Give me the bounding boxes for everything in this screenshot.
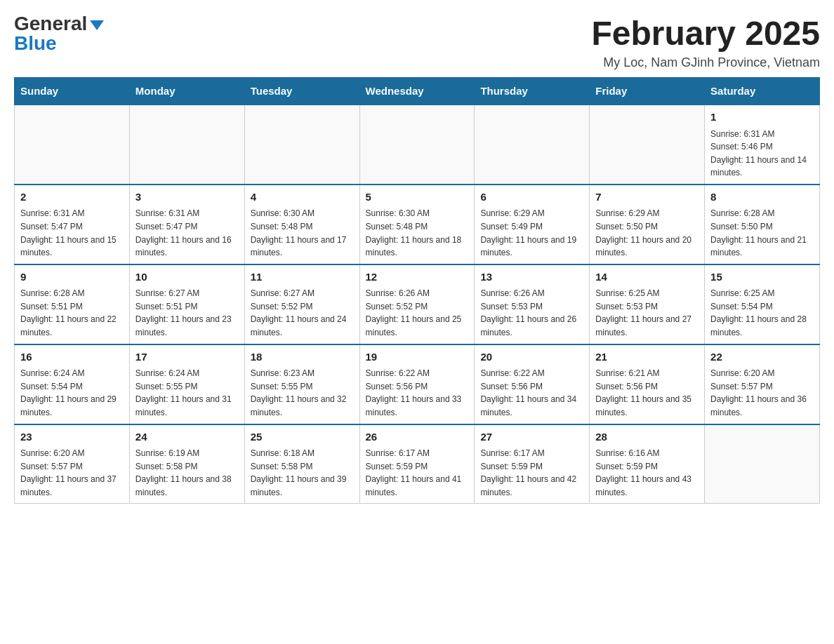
day-number: 23	[20, 429, 124, 445]
day-number: 25	[251, 429, 354, 445]
calendar-day-cell: 19Sunrise: 6:22 AMSunset: 5:56 PMDayligh…	[359, 344, 475, 424]
day-number: 17	[135, 349, 239, 365]
calendar-day-cell: 8Sunrise: 6:28 AMSunset: 5:50 PMDaylight…	[705, 185, 820, 264]
logo: General Blue	[14, 14, 104, 53]
calendar-day-cell: 13Sunrise: 6:26 AMSunset: 5:53 PMDayligh…	[475, 264, 590, 344]
day-sun-info: Sunrise: 6:20 AMSunset: 5:57 PMDaylight:…	[710, 367, 814, 419]
day-sun-info: Sunrise: 6:19 AMSunset: 5:58 PMDaylight:…	[135, 447, 239, 499]
day-number: 5	[366, 189, 469, 206]
day-sun-info: Sunrise: 6:16 AMSunset: 5:59 PMDaylight:…	[595, 447, 699, 499]
calendar-day-cell: 11Sunrise: 6:27 AMSunset: 5:52 PMDayligh…	[244, 264, 359, 344]
day-number: 24	[135, 429, 239, 445]
calendar-day-cell: 26Sunrise: 6:17 AMSunset: 5:59 PMDayligh…	[359, 424, 475, 504]
day-number: 7	[595, 189, 699, 206]
day-sun-info: Sunrise: 6:24 AMSunset: 5:54 PMDaylight:…	[20, 367, 124, 419]
calendar-day-cell: 3Sunrise: 6:31 AMSunset: 5:47 PMDaylight…	[129, 185, 244, 264]
day-sun-info: Sunrise: 6:30 AMSunset: 5:48 PMDaylight:…	[366, 207, 469, 259]
day-number: 3	[135, 189, 239, 206]
calendar-day-cell: 6Sunrise: 6:29 AMSunset: 5:49 PMDaylight…	[475, 185, 590, 264]
day-number: 8	[710, 189, 814, 206]
day-number: 14	[595, 269, 699, 286]
calendar-day-cell: 1Sunrise: 6:31 AMSunset: 5:46 PMDaylight…	[705, 105, 820, 185]
calendar-table: SundayMondayTuesdayWednesdayThursdayFrid…	[14, 77, 820, 504]
day-number: 12	[366, 269, 469, 286]
logo-triangle-icon	[90, 20, 104, 30]
day-of-week-header: Tuesday	[244, 78, 359, 105]
day-number: 22	[710, 349, 814, 365]
calendar-day-cell	[475, 105, 590, 185]
day-sun-info: Sunrise: 6:17 AMSunset: 5:59 PMDaylight:…	[480, 447, 583, 499]
calendar-day-cell: 15Sunrise: 6:25 AMSunset: 5:54 PMDayligh…	[705, 264, 820, 344]
calendar-day-cell: 18Sunrise: 6:23 AMSunset: 5:55 PMDayligh…	[244, 344, 359, 424]
day-sun-info: Sunrise: 6:29 AMSunset: 5:50 PMDaylight:…	[595, 207, 699, 259]
calendar-day-cell: 4Sunrise: 6:30 AMSunset: 5:48 PMDaylight…	[244, 185, 359, 264]
day-number: 1	[710, 109, 814, 126]
calendar-body: 1Sunrise: 6:31 AMSunset: 5:46 PMDaylight…	[15, 105, 820, 504]
day-sun-info: Sunrise: 6:31 AMSunset: 5:47 PMDaylight:…	[135, 207, 239, 259]
calendar-week-row: 2Sunrise: 6:31 AMSunset: 5:47 PMDaylight…	[15, 185, 820, 264]
day-sun-info: Sunrise: 6:26 AMSunset: 5:53 PMDaylight:…	[480, 287, 583, 339]
calendar-day-cell: 22Sunrise: 6:20 AMSunset: 5:57 PMDayligh…	[705, 344, 820, 424]
day-sun-info: Sunrise: 6:27 AMSunset: 5:52 PMDaylight:…	[251, 287, 354, 339]
day-sun-info: Sunrise: 6:25 AMSunset: 5:54 PMDaylight:…	[710, 287, 814, 339]
calendar-day-cell: 20Sunrise: 6:22 AMSunset: 5:56 PMDayligh…	[475, 344, 590, 424]
day-of-week-header: Friday	[590, 78, 705, 105]
day-of-week-header: Monday	[129, 78, 244, 105]
day-number: 21	[595, 349, 699, 365]
day-of-week-header: Wednesday	[359, 78, 475, 105]
day-sun-info: Sunrise: 6:23 AMSunset: 5:55 PMDaylight:…	[251, 367, 354, 419]
month-title: February 2025	[591, 14, 820, 53]
day-sun-info: Sunrise: 6:27 AMSunset: 5:51 PMDaylight:…	[135, 287, 239, 339]
day-sun-info: Sunrise: 6:22 AMSunset: 5:56 PMDaylight:…	[366, 367, 469, 419]
day-number: 28	[595, 429, 699, 445]
day-number: 11	[251, 269, 354, 286]
calendar-day-cell: 9Sunrise: 6:28 AMSunset: 5:51 PMDaylight…	[15, 264, 130, 344]
calendar-day-cell: 10Sunrise: 6:27 AMSunset: 5:51 PMDayligh…	[129, 264, 244, 344]
calendar-day-cell: 21Sunrise: 6:21 AMSunset: 5:56 PMDayligh…	[590, 344, 705, 424]
day-sun-info: Sunrise: 6:30 AMSunset: 5:48 PMDaylight:…	[251, 207, 354, 259]
calendar-day-cell	[590, 105, 705, 185]
day-number: 2	[20, 189, 124, 206]
calendar-day-cell: 23Sunrise: 6:20 AMSunset: 5:57 PMDayligh…	[15, 424, 130, 504]
calendar-header: SundayMondayTuesdayWednesdayThursdayFrid…	[15, 78, 820, 105]
day-number: 19	[366, 349, 469, 365]
title-block: February 2025 My Loc, Nam GJinh Province…	[591, 14, 820, 70]
calendar-day-cell: 12Sunrise: 6:26 AMSunset: 5:52 PMDayligh…	[359, 264, 475, 344]
calendar-week-row: 23Sunrise: 6:20 AMSunset: 5:57 PMDayligh…	[15, 424, 820, 504]
day-number: 27	[480, 429, 583, 445]
day-number: 10	[135, 269, 239, 286]
day-sun-info: Sunrise: 6:17 AMSunset: 5:59 PMDaylight:…	[366, 447, 469, 499]
day-sun-info: Sunrise: 6:29 AMSunset: 5:49 PMDaylight:…	[480, 207, 583, 259]
calendar-day-cell: 17Sunrise: 6:24 AMSunset: 5:55 PMDayligh…	[129, 344, 244, 424]
page-header: General Blue February 2025 My Loc, Nam G…	[14, 14, 820, 70]
day-of-week-header: Saturday	[705, 78, 820, 105]
calendar-day-cell: 28Sunrise: 6:16 AMSunset: 5:59 PMDayligh…	[590, 424, 705, 504]
day-of-week-header: Sunday	[15, 78, 130, 105]
location-subtitle: My Loc, Nam GJinh Province, Vietnam	[591, 55, 820, 70]
day-sun-info: Sunrise: 6:28 AMSunset: 5:50 PMDaylight:…	[710, 207, 814, 259]
day-number: 18	[251, 349, 354, 365]
day-sun-info: Sunrise: 6:21 AMSunset: 5:56 PMDaylight:…	[595, 367, 699, 419]
day-number: 13	[480, 269, 583, 286]
calendar-week-row: 16Sunrise: 6:24 AMSunset: 5:54 PMDayligh…	[15, 344, 820, 424]
calendar-day-cell	[244, 105, 359, 185]
logo-blue-text: Blue	[14, 34, 57, 53]
days-of-week-row: SundayMondayTuesdayWednesdayThursdayFrid…	[15, 78, 820, 105]
day-number: 4	[251, 189, 354, 206]
day-of-week-header: Thursday	[475, 78, 590, 105]
calendar-day-cell: 5Sunrise: 6:30 AMSunset: 5:48 PMDaylight…	[359, 185, 475, 264]
day-sun-info: Sunrise: 6:28 AMSunset: 5:51 PMDaylight:…	[20, 287, 124, 339]
day-number: 26	[366, 429, 469, 445]
day-sun-info: Sunrise: 6:18 AMSunset: 5:58 PMDaylight:…	[251, 447, 354, 499]
day-number: 6	[480, 189, 583, 206]
day-sun-info: Sunrise: 6:20 AMSunset: 5:57 PMDaylight:…	[20, 447, 124, 499]
calendar-day-cell	[129, 105, 244, 185]
calendar-week-row: 9Sunrise: 6:28 AMSunset: 5:51 PMDaylight…	[15, 264, 820, 344]
calendar-day-cell: 7Sunrise: 6:29 AMSunset: 5:50 PMDaylight…	[590, 185, 705, 264]
calendar-day-cell: 27Sunrise: 6:17 AMSunset: 5:59 PMDayligh…	[475, 424, 590, 504]
calendar-day-cell: 25Sunrise: 6:18 AMSunset: 5:58 PMDayligh…	[244, 424, 359, 504]
calendar-week-row: 1Sunrise: 6:31 AMSunset: 5:46 PMDaylight…	[15, 105, 820, 185]
calendar-day-cell: 14Sunrise: 6:25 AMSunset: 5:53 PMDayligh…	[590, 264, 705, 344]
day-number: 16	[20, 349, 124, 365]
calendar-day-cell	[359, 105, 475, 185]
